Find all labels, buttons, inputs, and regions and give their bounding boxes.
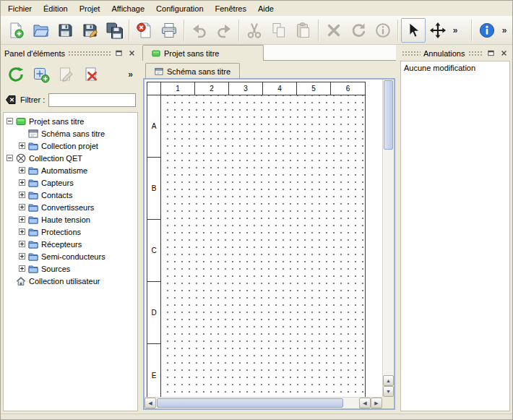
- expand-expander-icon[interactable]: [19, 241, 25, 247]
- collapse-expander-icon[interactable]: [7, 155, 13, 161]
- folder-icon: [28, 166, 38, 176]
- project-icon: [16, 116, 26, 127]
- diagram-viewport[interactable]: 1 2 3 4 5 6 A B C: [145, 80, 382, 397]
- folder-icon: [28, 202, 38, 213]
- tree-item-collection-projet[interactable]: Collection projet: [4, 140, 137, 152]
- tree-item-collection-utilisateur[interactable]: Collection utilisateur: [4, 275, 137, 287]
- horizontal-scroll-track[interactable]: [344, 398, 359, 408]
- tree-item-haute-tension[interactable]: Haute tension: [4, 213, 137, 226]
- tab-projet-sans-titre[interactable]: Projet sans titre: [142, 45, 264, 61]
- scroll-up-button[interactable]: ▲: [383, 375, 394, 386]
- collapse-expander-icon[interactable]: [7, 118, 13, 124]
- toolbar-overflow-chevron[interactable]: »: [450, 16, 460, 44]
- redo-button[interactable]: [212, 18, 236, 43]
- delete-element-button[interactable]: [80, 63, 103, 86]
- vertical-scroll-track[interactable]: [383, 150, 394, 375]
- reload-collections-button[interactable]: [4, 63, 27, 86]
- panel-toolbar-overflow-chevron[interactable]: »: [124, 69, 137, 80]
- tree-item-projet-sans-titre[interactable]: Projet sans titre: [4, 115, 137, 127]
- undo-button[interactable]: [187, 18, 212, 43]
- diagram-canvas[interactable]: [161, 95, 365, 397]
- tree-item-schema-sans-titre[interactable]: Schéma sans titre: [4, 127, 137, 140]
- delete-button[interactable]: [322, 18, 346, 43]
- menu-configuration[interactable]: Configuration: [150, 1, 209, 16]
- elements-panel-titlebar[interactable]: Panel d'éléments: [3, 47, 138, 59]
- scrollbar-corner: [382, 397, 394, 408]
- expand-expander-icon[interactable]: [19, 204, 25, 210]
- expand-expander-icon[interactable]: [19, 167, 25, 173]
- undo-panel-title: Annulations: [423, 49, 465, 58]
- tree-item-recepteurs[interactable]: Récepteurs: [4, 238, 137, 250]
- tree-item-contacts[interactable]: Contacts: [4, 189, 137, 201]
- save-button[interactable]: [53, 18, 77, 43]
- tree-item-convertisseurs[interactable]: Convertisseurs: [4, 201, 137, 213]
- menu-edition[interactable]: Édition: [38, 1, 74, 16]
- toolbar-separator: [129, 20, 130, 41]
- expand-expander-icon[interactable]: [19, 253, 25, 260]
- menu-aide[interactable]: Aide: [252, 1, 280, 16]
- paste-icon: [295, 22, 312, 39]
- horizontal-scroll-thumb[interactable]: [157, 398, 343, 408]
- filter-input[interactable]: [48, 93, 136, 107]
- paste-button[interactable]: [291, 18, 316, 43]
- properties-button[interactable]: [371, 18, 395, 43]
- tree-item-sources[interactable]: Sources: [4, 262, 137, 275]
- undo-panel-titlebar[interactable]: Annulations: [400, 47, 510, 59]
- float-panel-button[interactable]: [486, 48, 496, 59]
- print-button[interactable]: [157, 18, 181, 43]
- tab-schema-sans-titre[interactable]: Schéma sans titre: [145, 63, 240, 79]
- dock-grip[interactable]: [68, 51, 111, 56]
- workspace-area: Projet sans titre Schéma sans titre: [140, 45, 398, 413]
- new-document-button[interactable]: [4, 18, 28, 43]
- clear-filter-icon[interactable]: [5, 94, 17, 106]
- about-button[interactable]: [475, 18, 499, 43]
- close-panel-button[interactable]: [499, 48, 509, 59]
- menu-fichier[interactable]: Fichier: [2, 1, 38, 16]
- vertical-scrollbar[interactable]: ▲ ▼: [382, 80, 394, 397]
- menu-affichage[interactable]: Affichage: [105, 1, 150, 16]
- tree-item-collection-qet[interactable]: Collection QET: [4, 152, 137, 164]
- expand-expander-icon[interactable]: [19, 265, 25, 272]
- move-tool-button[interactable]: [426, 18, 450, 43]
- scroll-down-button[interactable]: ▼: [383, 386, 394, 397]
- column-label: 4: [263, 82, 297, 95]
- dock-grip[interactable]: [468, 51, 483, 56]
- expand-expander-icon[interactable]: [19, 179, 25, 186]
- scroll-left-button-secondary[interactable]: ◀: [359, 398, 371, 408]
- tree-item-label: Automatisme: [41, 166, 87, 175]
- tree-item-semi-conducteurs[interactable]: Semi-conducteurs: [4, 250, 137, 262]
- scroll-left-button[interactable]: ◀: [145, 398, 156, 408]
- select-tool-button[interactable]: [401, 18, 426, 43]
- tree-item-automatisme[interactable]: Automatisme: [4, 164, 137, 176]
- dock-grip[interactable]: [402, 51, 421, 56]
- cut-button[interactable]: [242, 18, 267, 43]
- new-element-button[interactable]: [30, 63, 53, 86]
- undo-list-item[interactable]: Aucune modification: [404, 64, 506, 72]
- float-panel-button[interactable]: [113, 48, 124, 59]
- open-project-button[interactable]: [28, 18, 53, 43]
- save-as-button[interactable]: [77, 18, 102, 43]
- close-file-button[interactable]: [132, 18, 157, 43]
- expand-expander-icon[interactable]: [19, 216, 25, 223]
- save-all-button[interactable]: [102, 18, 126, 43]
- menu-projet[interactable]: Projet: [74, 1, 106, 16]
- tree-item-capteurs[interactable]: Capteurs: [4, 176, 137, 189]
- vertical-scroll-thumb[interactable]: [384, 80, 393, 150]
- delete-element-icon: [83, 66, 100, 83]
- expand-expander-icon[interactable]: [19, 228, 25, 235]
- menu-fenetres[interactable]: Fenêtres: [210, 1, 252, 16]
- edit-element-button[interactable]: [55, 63, 78, 86]
- toolbar-overflow-chevron[interactable]: »: [499, 18, 509, 43]
- horizontal-scrollbar[interactable]: ◀ ◀ ▶: [145, 397, 382, 408]
- close-panel-button[interactable]: [126, 48, 137, 59]
- scroll-right-button[interactable]: ▶: [371, 398, 382, 408]
- expand-expander-icon[interactable]: [19, 142, 25, 149]
- expand-expander-icon[interactable]: [19, 192, 25, 198]
- tree-item-protections[interactable]: Protections: [4, 226, 137, 238]
- elements-panel-title: Panel d'éléments: [4, 49, 65, 58]
- tree-item-label: Récepteurs: [41, 240, 82, 249]
- rotate-button[interactable]: [346, 18, 371, 43]
- row-label: D: [147, 282, 160, 344]
- new-element-icon: [33, 66, 50, 83]
- copy-button[interactable]: [267, 18, 291, 43]
